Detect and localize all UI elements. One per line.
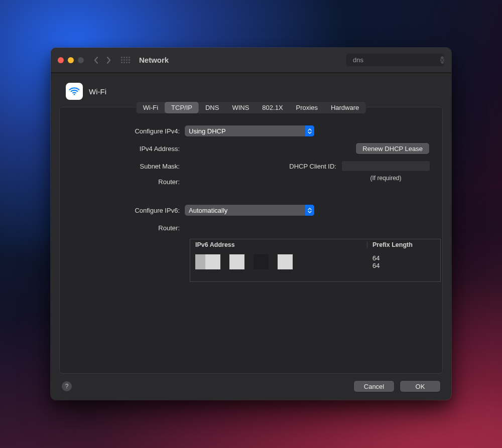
- tab-dns[interactable]: DNS: [199, 102, 225, 113]
- interface-name: Wi-Fi: [89, 87, 106, 96]
- redacted-block: [278, 254, 293, 269]
- tcpip-form: Configure IPv4: Using DHCP IPv4 Address:: [60, 120, 442, 282]
- configure-ipv4-label: Configure IPv4:: [72, 127, 185, 135]
- minimize-window-button[interactable]: [68, 57, 74, 63]
- ipv6-address-table: IPv6 Address Prefix Length 64: [190, 239, 441, 282]
- dialog-footer: ? Cancel OK: [51, 374, 451, 400]
- zoom-window-button[interactable]: [78, 57, 84, 63]
- search-input[interactable]: [353, 56, 437, 64]
- nav-buttons: [91, 55, 114, 66]
- grid-icon: [121, 57, 130, 64]
- network-preferences-window: Network Wi-Fi Wi-Fi TCP/IP DNS WINS 802.…: [51, 48, 451, 400]
- close-window-button[interactable]: [58, 57, 64, 63]
- chevron-right-icon: [105, 57, 111, 64]
- ok-button[interactable]: OK: [400, 381, 440, 392]
- dhcp-client-id-hint: (If required): [370, 175, 401, 182]
- prefix-length-value: 64: [372, 254, 435, 262]
- select-stepper-icon: [305, 205, 314, 216]
- tab-8021x[interactable]: 802.1X: [256, 102, 289, 113]
- configure-ipv4-value: Using DHCP: [189, 127, 226, 135]
- dhcp-client-id-label: DHCP Client ID:: [289, 163, 336, 170]
- table-row[interactable]: 64 64: [190, 253, 440, 269]
- configure-ipv6-select[interactable]: Automatically: [185, 205, 314, 216]
- settings-panel: Wi-Fi TCP/IP DNS WINS 802.1X Proxies Har…: [59, 107, 443, 374]
- tab-wins[interactable]: WINS: [225, 102, 256, 113]
- forward-button[interactable]: [103, 55, 114, 66]
- clear-search-button[interactable]: [440, 56, 444, 64]
- wifi-icon: [66, 83, 83, 100]
- tabs: Wi-Fi TCP/IP DNS WINS 802.1X Proxies Har…: [136, 101, 366, 114]
- configure-ipv6-value: Automatically: [189, 207, 227, 214]
- configure-ipv6-label: Configure IPv6:: [72, 207, 185, 214]
- window-title: Network: [139, 56, 169, 64]
- chevron-left-icon: [93, 57, 99, 64]
- close-icon: [440, 58, 444, 62]
- tab-wifi[interactable]: Wi-Fi: [137, 102, 165, 113]
- subnet-mask-label: Subnet Mask:: [72, 163, 185, 170]
- window-controls: [58, 57, 84, 63]
- select-stepper-icon: [305, 125, 314, 136]
- redacted-block: [195, 254, 205, 269]
- tab-proxies[interactable]: Proxies: [290, 102, 324, 113]
- ipv6-router-label: Router:: [72, 224, 185, 232]
- ipv4-router-label: Router:: [72, 178, 185, 186]
- tab-tcpip[interactable]: TCP/IP: [165, 102, 199, 113]
- back-button[interactable]: [91, 55, 102, 66]
- search-field[interactable]: [346, 53, 444, 67]
- tab-hardware[interactable]: Hardware: [324, 102, 365, 113]
- show-all-button[interactable]: [120, 55, 131, 66]
- dhcp-client-id-input[interactable]: [341, 161, 430, 172]
- redacted-block: [229, 254, 244, 269]
- cancel-button[interactable]: Cancel: [354, 381, 394, 392]
- prefix-length-value: 64: [372, 262, 435, 269]
- titlebar: Network: [51, 48, 451, 73]
- ipv6-table-col-prefix: Prefix Length: [367, 241, 440, 248]
- help-button[interactable]: ?: [62, 381, 72, 391]
- redacted-block: [205, 254, 220, 269]
- configure-ipv4-select[interactable]: Using DHCP: [185, 125, 314, 136]
- renew-dhcp-lease-button[interactable]: Renew DHCP Lease: [356, 143, 429, 154]
- redacted-block: [254, 254, 269, 269]
- ipv4-address-label: IPv4 Address:: [72, 145, 185, 153]
- ipv6-table-col-address: IPv6 Address: [190, 241, 367, 248]
